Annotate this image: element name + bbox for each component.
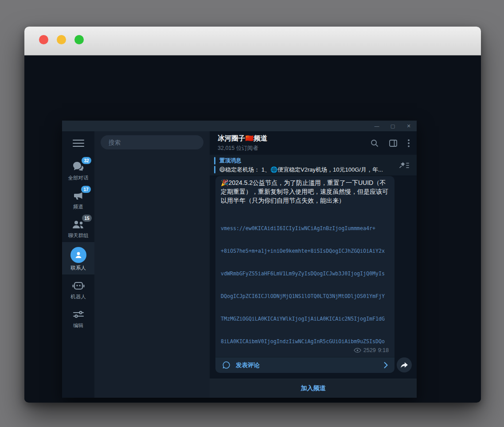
nav-sidebar: 32 全部对话 17 频道: [62, 131, 94, 398]
robot-icon: [72, 280, 85, 291]
forward-arrow-icon: [400, 361, 409, 369]
view-count: 2529: [363, 347, 376, 353]
chevron-right-icon: [384, 362, 388, 368]
code-line: vmess://ew0KICAidiI6ICIyIiwNCiAgInBzIjog…: [221, 225, 388, 232]
search-icon[interactable]: [371, 139, 379, 147]
sidebar-item-label: 频道: [73, 204, 83, 210]
hamburger-menu-icon[interactable]: [73, 138, 84, 149]
comment-bubble-icon: [222, 361, 231, 369]
search-input[interactable]: [101, 135, 203, 149]
chat-header[interactable]: 冰河圈子🇨🇳频道 32,015 位订阅者: [210, 131, 417, 155]
sidebar-item-bots[interactable]: 机器人: [62, 274, 94, 303]
share-button[interactable]: [397, 357, 412, 372]
code-line: vdWRmbGFyZS5iaHF6LmV1Lm9yZyIsDQogICJwb3J…: [221, 270, 388, 278]
pinned-accent-bars: [214, 157, 215, 173]
contacts-avatar-icon: [70, 247, 86, 263]
comment-bar[interactable]: 发表评论: [215, 357, 395, 373]
sidebar-item-label: 联系人: [70, 265, 86, 271]
pin-list-icon[interactable]: [399, 161, 410, 169]
toggle-sidebar-icon[interactable]: [389, 140, 397, 147]
join-channel-bar[interactable]: 加入频道: [210, 379, 417, 398]
views-eye-icon: [354, 348, 361, 353]
channel-title: 冰河圈子🇨🇳频道: [218, 134, 371, 143]
sidebar-item-groups[interactable]: 15 聊天群组: [62, 213, 94, 242]
sidebar-item-label: 全部对话: [68, 175, 89, 181]
macos-window: — ▢ ✕: [24, 27, 481, 403]
join-channel-label: 加入频道: [301, 384, 326, 392]
subscriber-count: 32,015 位订阅者: [218, 145, 371, 152]
kebab-menu-icon[interactable]: [408, 139, 410, 147]
telegram-window: — ▢ ✕: [62, 121, 417, 398]
telegram-titlebar: — ▢ ✕: [62, 121, 417, 131]
zoom-traffic-light[interactable]: [74, 35, 84, 44]
code-line: 8iLA0KICAibmV0IjogIndzIiwNCiAgInR5cGUiOi…: [221, 338, 388, 345]
channel-message-bubble: 🎉2024.5.2公益节点，为了防止滥用，重置了一下UUID（不定期重置），重新…: [215, 176, 395, 373]
sliders-icon: [72, 310, 85, 319]
close-traffic-light[interactable]: [39, 35, 48, 44]
macos-titlebar: [24, 27, 481, 55]
maximize-icon[interactable]: ▢: [385, 121, 401, 131]
message-time: 9:18: [378, 347, 389, 353]
message-meta: 2529 9:18: [354, 347, 389, 353]
sidebar-item-contacts[interactable]: 联系人: [62, 242, 94, 274]
minimize-icon[interactable]: —: [369, 121, 385, 131]
sidebar-item-edit[interactable]: 编辑: [62, 303, 94, 332]
close-icon[interactable]: ✕: [401, 121, 417, 131]
pinned-preview: 😄稳定老机场： 1、🌐便宜稳定V2ray机场，10元100G/月，年...: [219, 166, 399, 174]
desktop-background: — ▢ ✕: [24, 55, 481, 402]
pinned-message-bar[interactable]: 置顶消息 😄稳定老机场： 1、🌐便宜稳定V2ray机场，10元100G/月，年.…: [210, 155, 417, 176]
message-history: 🎉2024.5.2公益节点，为了防止滥用，重置了一下UUID（不定期重置），重新…: [210, 176, 417, 379]
sidebar-item-all-chats[interactable]: 32 全部对话: [62, 156, 94, 184]
pinned-label: 置顶消息: [219, 157, 399, 165]
unread-badge: 15: [82, 215, 91, 222]
minimize-traffic-light[interactable]: [57, 35, 66, 44]
sidebar-item-label: 编辑: [73, 322, 83, 329]
sidebar-item-label: 聊天群组: [68, 232, 89, 239]
message-paragraph: 🎉2024.5.2公益节点，为了防止滥用，重置了一下UUID（不定期重置），重新…: [221, 178, 388, 205]
comment-label: 发表评论: [236, 361, 384, 369]
unread-badge: 17: [81, 186, 90, 193]
code-line: DQogICJpZCI6ICJlODNjMjQ1NS1lOTQ0LTQ3NjMt…: [221, 293, 388, 300]
chat-list-panel: [94, 131, 210, 398]
sidebar-item-channels[interactable]: 17 频道: [62, 184, 94, 213]
code-line: +8iOS7heS+m+a1j+iniOe9kemhte+8iSIsDQogIC…: [221, 247, 388, 255]
unread-badge: 32: [82, 157, 91, 164]
code-line: TMzMGZiOGQiLA0KICAiYWlkIjogIjAiLA0KICAic…: [221, 315, 388, 323]
sidebar-item-label: 机器人: [70, 294, 86, 300]
chat-panel: 冰河圈子🇨🇳频道 32,015 位订阅者: [210, 131, 417, 398]
